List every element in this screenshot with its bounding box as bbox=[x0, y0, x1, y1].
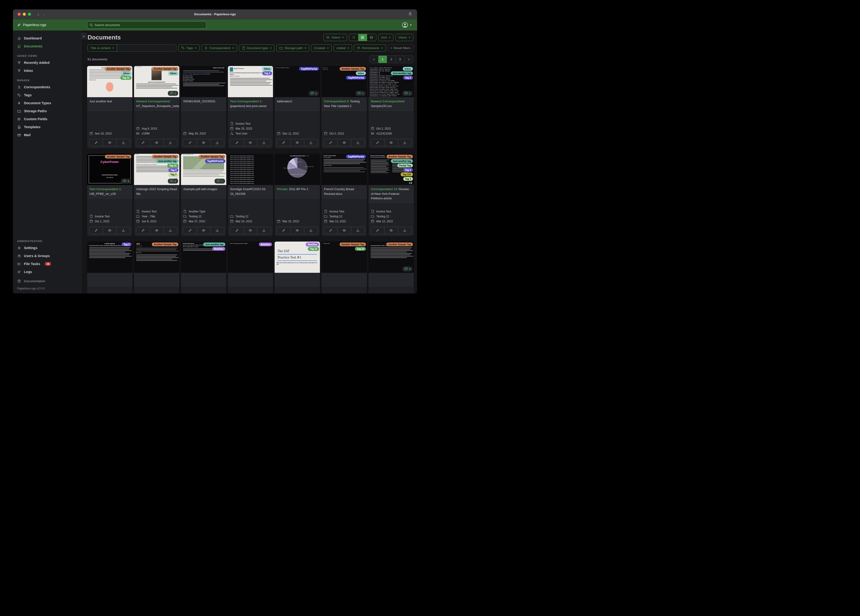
document-card[interactable]: one,1.0five,5.0Another Sample TagInboxTa… bbox=[322, 66, 367, 149]
page-button-1[interactable]: 1 bbox=[378, 56, 387, 63]
tag-pill[interactable]: Tag 12 bbox=[167, 163, 178, 167]
document-title[interactable]: 0004814539_20230531 bbox=[181, 97, 226, 111]
sidebar-item-correspondents[interactable]: Correspondents bbox=[13, 83, 81, 91]
sidebar-item-tags[interactable]: Tags bbox=[13, 91, 81, 99]
document-thumbnail[interactable]: Country,Region/State,"TagWithPartial1 bbox=[275, 66, 320, 97]
edit-button[interactable] bbox=[371, 139, 384, 146]
tag-pill[interactable]: TagWithPartial bbox=[205, 159, 225, 163]
document-thumbnail[interactable]: French Country BreadFor the LeavenMake t… bbox=[322, 154, 367, 185]
correspondent-link[interactable]: Newest Correspondent bbox=[371, 99, 404, 103]
document-title[interactable] bbox=[369, 273, 414, 286]
document-thumbnail[interactable]: BANK OF SCOTLAND2,0 % p. a. auf Ihr Tage… bbox=[181, 66, 226, 97]
document-title[interactable] bbox=[87, 273, 132, 286]
document-card[interactable]: Review of Arbitral AwardsBy Tim McCarthy… bbox=[369, 154, 414, 236]
document-card[interactable]: Country,Region/State,"TagWithPartial1tab… bbox=[275, 66, 320, 149]
document-thumbnail[interactable]: Lorem ipsumLorem ipsum dolor sit amet, c… bbox=[369, 242, 414, 273]
edit-button[interactable] bbox=[183, 139, 197, 146]
document-title[interactable] bbox=[322, 273, 367, 286]
document-thumbnail[interactable]: This is a test for the double space char… bbox=[228, 154, 273, 185]
tag-pill[interactable]: Tag 2 bbox=[403, 76, 413, 80]
tag-pill[interactable]: Inbox bbox=[262, 67, 272, 71]
edit-button[interactable] bbox=[324, 227, 337, 234]
view-button[interactable] bbox=[150, 139, 163, 146]
tag-pill[interactable]: Another Sample Tag bbox=[386, 155, 413, 159]
download-button[interactable] bbox=[304, 227, 318, 234]
tag-pill[interactable]: NewOne bbox=[259, 242, 272, 246]
document-thumbnail[interactable]: Test NameDear Trenz,Another Sample Tag bbox=[134, 242, 179, 273]
tag-pill[interactable]: Another Sample Tag bbox=[199, 155, 225, 159]
document-card[interactable]: French Country BreadFor the LeavenMake t… bbox=[322, 154, 367, 236]
document-thumbnail[interactable]: This is a multi page document. Page 1.Ne… bbox=[228, 242, 273, 273]
tag-pill[interactable]: Another Sample Tag bbox=[340, 67, 366, 71]
sidebar-item-users-groups[interactable]: Users & Groups bbox=[13, 252, 81, 260]
edit-button[interactable] bbox=[230, 139, 244, 146]
filter-created-button[interactable]: Created▼ bbox=[311, 44, 332, 52]
document-title[interactable]: Private: 2011 BP Pie 2 bbox=[275, 185, 320, 199]
correspondent-link[interactable]: Private bbox=[277, 187, 287, 191]
download-button[interactable] bbox=[210, 139, 224, 146]
edit-button[interactable] bbox=[277, 139, 290, 146]
user-menu[interactable]: ▼ bbox=[402, 22, 412, 28]
download-button[interactable] bbox=[117, 227, 130, 234]
document-title[interactable] bbox=[275, 273, 320, 286]
tag-pill[interactable]: Another Sample Tag bbox=[152, 242, 178, 246]
tag-pill[interactable]: Just another tag bbox=[391, 159, 413, 163]
document-title[interactable]: 2sample-pdf-with-images bbox=[181, 185, 226, 199]
document-thumbnail[interactable]: one,1.0five,5.0Another Sample TagInboxTa… bbox=[322, 66, 367, 97]
download-button[interactable] bbox=[210, 227, 224, 234]
document-card[interactable]: Boundary Waters TripAnother Sample TagTa… bbox=[181, 154, 226, 236]
document-title[interactable]: Correspondent 14: Review-of-New-York-Fed… bbox=[369, 185, 414, 203]
document-card[interactable]: This is a testAnother Sample TagTag 12 bbox=[322, 242, 367, 294]
correspondent-link[interactable]: Correspondent 14 bbox=[371, 187, 397, 191]
edit-button[interactable] bbox=[183, 227, 197, 234]
document-title[interactable]: tablerates2 bbox=[275, 97, 320, 111]
tag-pill[interactable]: Tag 3 bbox=[403, 177, 413, 181]
correspondent-link[interactable]: Test Correspondent 1 bbox=[230, 99, 262, 103]
document-card[interactable]: Lorem ipsumLorem ipsum dolor sit amet, c… bbox=[87, 242, 132, 294]
document-card[interactable]: Medical TeacherHas the new Kirkpatrick g… bbox=[228, 66, 273, 149]
tag-pill[interactable]: Inbox bbox=[356, 71, 366, 75]
view-button[interactable] bbox=[197, 227, 210, 234]
edit-button[interactable] bbox=[230, 227, 244, 234]
filter-permissions-button[interactable]: Permissions▼ bbox=[354, 44, 386, 52]
page-button-»[interactable]: » bbox=[405, 56, 413, 63]
document-title[interactable]: Just another test bbox=[87, 97, 132, 111]
document-card[interactable]: Adobe Acrobat PDF FilesCupcake ipsumAnot… bbox=[87, 66, 132, 149]
tag-pill[interactable]: Tag 12 bbox=[355, 247, 366, 251]
document-thumbnail[interactable]: This is a testAnother Sample TagTag 12 bbox=[322, 242, 367, 273]
download-button[interactable] bbox=[163, 139, 177, 146]
filter-tags-button[interactable]: Tags▼ bbox=[178, 44, 199, 52]
document-thumbnail[interactable]: Review of Arbitral AwardsBy Tim McCarthy… bbox=[369, 154, 414, 185]
tag-pill[interactable]: Tag 2 bbox=[168, 168, 178, 172]
view-button[interactable] bbox=[384, 139, 398, 146]
document-thumbnail[interactable]: Patient BP Distribution 2011Normal, 150,… bbox=[275, 154, 320, 185]
tag-pill[interactable]: Tag 3 bbox=[168, 173, 178, 176]
document-thumbnail[interactable]: AdobeInDesign Scripting DocumentationAno… bbox=[134, 154, 179, 185]
download-button[interactable] bbox=[257, 139, 271, 146]
document-thumbnail[interactable]: Contact Sheet DemoGiven a set of image f… bbox=[181, 242, 226, 273]
document-card[interactable]: Patient BP Distribution 2011Normal, 150,… bbox=[275, 154, 320, 236]
tag-pill[interactable]: Tag 12 bbox=[121, 76, 132, 80]
filter-field-dropdown[interactable]: Title & content▼ bbox=[88, 44, 117, 52]
edit-button[interactable] bbox=[277, 227, 290, 234]
tag-pill[interactable]: Another Sample Tag bbox=[105, 67, 132, 71]
correspondent-link[interactable]: Newest Correspondent bbox=[137, 99, 170, 103]
search-input[interactable] bbox=[94, 23, 204, 27]
edit-button[interactable] bbox=[137, 139, 150, 146]
filter-document-type-button[interactable]: Document type▼ bbox=[239, 44, 275, 52]
correspondent-link[interactable]: Test Correspondent 1 bbox=[89, 187, 121, 191]
tag-pill[interactable]: Tag 12 bbox=[308, 247, 319, 251]
document-card[interactable]: Contact Sheet DemoGiven a set of image f… bbox=[181, 242, 226, 294]
tag-pill[interactable]: Another Sample Tag bbox=[152, 67, 178, 71]
document-title[interactable]: Newest Correspondent: Sample100.csv bbox=[369, 97, 414, 111]
document-thumbnail[interactable]: Francja pod rNAPOLEON BONAPARTEAnother S… bbox=[134, 66, 179, 97]
view-detail-mode-button[interactable] bbox=[367, 34, 376, 41]
document-card[interactable]: BANK OF SCOTLAND2,0 % p. a. auf Ihr Tage… bbox=[181, 66, 226, 149]
sidebar-item-dashboard[interactable]: Dashboard bbox=[13, 34, 81, 42]
view-button[interactable] bbox=[337, 139, 351, 146]
share-icon[interactable] bbox=[408, 12, 412, 16]
view-button[interactable] bbox=[290, 139, 304, 146]
view-button[interactable] bbox=[197, 139, 210, 146]
view-button[interactable] bbox=[290, 227, 304, 234]
filter-correspondent-button[interactable]: Correspondent▼ bbox=[201, 44, 237, 52]
